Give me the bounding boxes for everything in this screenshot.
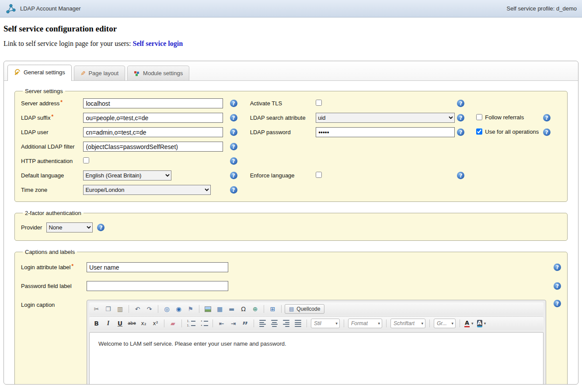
style-combo[interactable]: Stil▾ — [311, 319, 340, 328]
page-title: Self service configuration editor — [3, 24, 582, 34]
size-combo[interactable]: Gr...▾ — [434, 319, 456, 328]
toolbar-separator — [281, 305, 282, 313]
provider-select[interactable]: None — [46, 222, 93, 232]
modules-icon — [134, 70, 140, 76]
indent-button[interactable]: ⇥ — [228, 319, 239, 328]
login-attribute-input[interactable] — [87, 262, 228, 272]
password-field-label: Password field label — [21, 283, 72, 289]
ldap-password-input[interactable] — [316, 127, 455, 137]
iframe-globe-icon[interactable]: ⊕ — [250, 304, 261, 314]
cut-icon[interactable]: ✂ — [91, 304, 102, 314]
ldap-user-input[interactable] — [83, 127, 223, 137]
font-combo[interactable]: Schriftart▾ — [390, 319, 425, 328]
editor-content-text: Welcome to LAM self service. Please ente… — [98, 340, 534, 347]
required-marker: * — [60, 99, 63, 105]
help-time-zone-icon[interactable]: ? — [230, 186, 237, 194]
toolbar-separator — [460, 319, 460, 327]
time-zone-select[interactable]: Europe/London — [83, 185, 211, 195]
superscript-button[interactable]: x² — [150, 319, 161, 328]
default-language-label: Default language — [21, 172, 64, 179]
tab-general-settings[interactable]: General settings — [7, 65, 72, 81]
follow-referrals-checkbox[interactable] — [476, 114, 482, 120]
format-combo[interactable]: Format▾ — [348, 319, 382, 328]
bold-button[interactable]: B — [91, 319, 102, 328]
editor-toolbar-row-2: BIUabex₂x²▰1.1.••⇤⇥”Stil▾Format▾Schrifta… — [89, 316, 544, 330]
server-settings-fieldset: Server settings Server address* ? Activa… — [14, 88, 568, 202]
underline-button[interactable]: U — [115, 319, 125, 328]
table-icon[interactable]: ▦ — [214, 304, 225, 314]
ldap-user-label: LDAP user — [21, 129, 49, 135]
server-settings-grid: Server address* ? Activate TLS ? LDAP su… — [21, 96, 561, 197]
login-caption-row: Login caption ✂❐▥↶↷◎◉⚑▦▬Ω⊕⊞▤Quellcode BI… — [21, 300, 561, 385]
server-address-input[interactable] — [83, 98, 223, 108]
activate-tls-checkbox[interactable] — [316, 100, 322, 106]
password-field-input[interactable] — [87, 281, 228, 291]
help-password-field-icon[interactable]: ? — [554, 282, 561, 290]
paste-icon[interactable]: ▥ — [115, 304, 125, 314]
help-ldap-user-icon[interactable]: ? — [230, 128, 237, 136]
help-use-for-all-icon[interactable]: ? — [543, 128, 551, 136]
maximize-icon[interactable]: ⊞ — [267, 304, 278, 314]
image-icon[interactable] — [202, 304, 213, 314]
editor-content-area[interactable]: Welcome to LAM self service. Please ente… — [89, 332, 544, 385]
help-ldap-password-icon[interactable]: ? — [457, 128, 464, 136]
use-for-all-operations-checkbox[interactable] — [476, 128, 482, 135]
bulleted-list-button[interactable]: •• — [198, 319, 209, 328]
align-center-button[interactable] — [269, 319, 280, 328]
outdent-button[interactable]: ⇤ — [216, 319, 227, 328]
config-tab-panel: General settings ✎ Page layout Module se… — [3, 61, 579, 385]
help-follow-referrals-icon[interactable]: ? — [543, 114, 551, 121]
http-authentication-checkbox[interactable] — [83, 157, 89, 163]
align-justify-button[interactable] — [293, 319, 303, 328]
copy-icon[interactable]: ❐ — [103, 304, 114, 314]
help-login-caption-icon[interactable]: ? — [554, 300, 561, 307]
help-login-attribute-icon[interactable]: ? — [554, 264, 561, 271]
tab-bar: General settings ✎ Page layout Module se… — [4, 61, 578, 81]
help-search-attribute-icon[interactable]: ? — [457, 114, 464, 121]
profile-indicator: Self service profile: d_demo — [507, 5, 577, 12]
help-provider-icon[interactable]: ? — [97, 224, 105, 231]
strikethrough-button[interactable]: abe — [126, 319, 137, 328]
remove-format-button[interactable]: ▰ — [167, 319, 178, 328]
blockquote-button[interactable]: ” — [240, 319, 251, 328]
server-address-label: Server address — [21, 100, 59, 107]
numbered-list-button[interactable]: 1.1. — [185, 319, 197, 328]
toolbar-separator — [264, 305, 264, 313]
additional-ldap-filter-input[interactable] — [83, 142, 223, 152]
app-title: LDAP Account Manager — [20, 5, 81, 12]
help-activate-tls-icon[interactable]: ? — [457, 100, 464, 107]
text-color-button[interactable]: A▾ — [463, 319, 475, 328]
toolbar-separator — [181, 319, 182, 327]
replace-icon[interactable]: ◉ — [173, 304, 184, 314]
help-server-address-icon[interactable]: ? — [230, 100, 237, 107]
default-language-select[interactable]: English (Great Britain) — [83, 170, 171, 180]
time-zone-label: Time zone — [21, 187, 47, 193]
align-right-button[interactable] — [281, 319, 292, 328]
tab-module-settings[interactable]: Module settings — [127, 66, 189, 80]
help-ldap-suffix-icon[interactable]: ? — [230, 114, 237, 121]
find-icon[interactable]: ◎ — [161, 304, 172, 314]
toolbar-separator — [158, 305, 158, 313]
spellcheck-flag-icon[interactable]: ⚑ — [185, 304, 196, 314]
help-default-language-icon[interactable]: ? — [230, 172, 237, 179]
ldap-search-attribute-select[interactable]: uid — [316, 113, 455, 123]
help-additional-filter-icon[interactable]: ? — [230, 143, 237, 150]
ldap-suffix-input[interactable] — [83, 113, 223, 123]
special-char-icon[interactable]: Ω — [238, 304, 249, 314]
enforce-language-checkbox[interactable] — [316, 172, 322, 178]
horizontal-line-icon[interactable]: ▬ — [226, 304, 237, 314]
follow-referrals-label: Follow referrals — [485, 114, 524, 121]
subscript-button[interactable]: x₂ — [138, 319, 149, 328]
undo-icon[interactable]: ↶ — [132, 304, 143, 314]
tab-page-layout[interactable]: ✎ Page layout — [74, 66, 125, 80]
self-service-login-link[interactable]: Self service login — [132, 40, 183, 47]
toolbar-separator — [164, 319, 164, 327]
help-http-authentication-icon[interactable]: ? — [230, 157, 237, 165]
use-for-all-operations-label: Use for all operations — [485, 128, 539, 135]
source-button[interactable]: ▤Quellcode — [285, 304, 324, 314]
align-left-button[interactable] — [257, 319, 268, 328]
help-enforce-language-icon[interactable]: ? — [457, 172, 464, 179]
redo-icon[interactable]: ↷ — [144, 304, 155, 314]
background-color-button[interactable]: A▾ — [476, 319, 488, 328]
italic-button[interactable]: I — [103, 319, 114, 328]
